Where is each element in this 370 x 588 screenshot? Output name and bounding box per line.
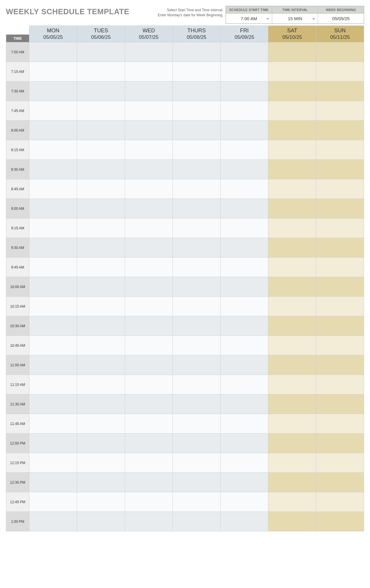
schedule-cell[interactable] <box>316 140 364 160</box>
schedule-cell[interactable] <box>268 355 316 375</box>
schedule-cell[interactable] <box>125 414 173 434</box>
schedule-cell[interactable] <box>29 140 77 160</box>
schedule-cell[interactable] <box>77 101 125 121</box>
schedule-cell[interactable] <box>125 140 173 160</box>
schedule-cell[interactable] <box>173 394 220 414</box>
schedule-cell[interactable] <box>173 82 220 101</box>
schedule-cell[interactable] <box>268 160 316 179</box>
schedule-cell[interactable] <box>173 453 220 473</box>
schedule-cell[interactable] <box>77 199 125 218</box>
schedule-cell[interactable] <box>29 160 77 179</box>
schedule-cell[interactable] <box>173 375 220 394</box>
schedule-cell[interactable] <box>268 492 316 512</box>
schedule-cell[interactable] <box>173 62 220 82</box>
schedule-cell[interactable] <box>29 375 77 394</box>
schedule-cell[interactable] <box>125 277 173 297</box>
schedule-cell[interactable] <box>221 199 268 218</box>
schedule-cell[interactable] <box>268 336 316 355</box>
schedule-cell[interactable] <box>77 394 125 414</box>
schedule-cell[interactable] <box>173 160 220 179</box>
schedule-cell[interactable] <box>125 42 173 62</box>
schedule-cell[interactable] <box>268 453 316 473</box>
schedule-cell[interactable] <box>268 258 316 277</box>
schedule-cell[interactable] <box>29 394 77 414</box>
schedule-cell[interactable] <box>268 297 316 316</box>
schedule-cell[interactable] <box>268 473 316 492</box>
schedule-cell[interactable] <box>268 238 316 258</box>
schedule-cell[interactable] <box>125 492 173 512</box>
schedule-cell[interactable] <box>77 277 125 297</box>
schedule-cell[interactable] <box>77 121 125 140</box>
schedule-cell[interactable] <box>77 140 125 160</box>
schedule-cell[interactable] <box>77 355 125 375</box>
schedule-cell[interactable] <box>221 121 268 140</box>
schedule-cell[interactable] <box>173 316 220 336</box>
schedule-cell[interactable] <box>316 297 364 316</box>
schedule-cell[interactable] <box>77 82 125 101</box>
schedule-cell[interactable] <box>77 473 125 492</box>
schedule-cell[interactable] <box>125 453 173 473</box>
schedule-cell[interactable] <box>221 492 268 512</box>
schedule-cell[interactable] <box>29 297 77 316</box>
schedule-cell[interactable] <box>173 199 220 218</box>
schedule-cell[interactable] <box>29 218 77 238</box>
schedule-cell[interactable] <box>316 336 364 355</box>
schedule-cell[interactable] <box>221 140 268 160</box>
schedule-cell[interactable] <box>29 316 77 336</box>
schedule-cell[interactable] <box>316 316 364 336</box>
schedule-cell[interactable] <box>221 473 268 492</box>
schedule-cell[interactable] <box>173 179 220 199</box>
schedule-cell[interactable] <box>268 101 316 121</box>
schedule-cell[interactable] <box>221 434 268 453</box>
schedule-cell[interactable] <box>316 179 364 199</box>
schedule-cell[interactable] <box>125 434 173 453</box>
schedule-cell[interactable] <box>221 179 268 199</box>
schedule-cell[interactable] <box>221 355 268 375</box>
schedule-cell[interactable] <box>125 297 173 316</box>
schedule-cell[interactable] <box>268 121 316 140</box>
schedule-cell[interactable] <box>221 512 268 531</box>
schedule-cell[interactable] <box>29 82 77 101</box>
schedule-cell[interactable] <box>29 453 77 473</box>
schedule-cell[interactable] <box>77 218 125 238</box>
schedule-cell[interactable] <box>77 453 125 473</box>
schedule-cell[interactable] <box>77 414 125 434</box>
schedule-cell[interactable] <box>221 218 268 238</box>
schedule-cell[interactable] <box>173 277 220 297</box>
schedule-cell[interactable] <box>316 62 364 82</box>
schedule-cell[interactable] <box>221 42 268 62</box>
schedule-cell[interactable] <box>221 375 268 394</box>
schedule-cell[interactable] <box>29 492 77 512</box>
schedule-cell[interactable] <box>29 473 77 492</box>
schedule-cell[interactable] <box>221 394 268 414</box>
schedule-cell[interactable] <box>29 121 77 140</box>
schedule-cell[interactable] <box>268 42 316 62</box>
schedule-cell[interactable] <box>316 218 364 238</box>
schedule-cell[interactable] <box>173 414 220 434</box>
schedule-cell[interactable] <box>316 394 364 414</box>
schedule-cell[interactable] <box>125 394 173 414</box>
schedule-cell[interactable] <box>221 160 268 179</box>
schedule-cell[interactable] <box>125 336 173 355</box>
schedule-cell[interactable] <box>29 512 77 531</box>
schedule-cell[interactable] <box>268 394 316 414</box>
schedule-cell[interactable] <box>221 258 268 277</box>
schedule-cell[interactable] <box>29 414 77 434</box>
schedule-cell[interactable] <box>77 258 125 277</box>
schedule-cell[interactable] <box>125 199 173 218</box>
schedule-cell[interactable] <box>268 199 316 218</box>
schedule-cell[interactable] <box>316 121 364 140</box>
schedule-cell[interactable] <box>173 121 220 140</box>
schedule-cell[interactable] <box>316 414 364 434</box>
schedule-cell[interactable] <box>268 62 316 82</box>
schedule-cell[interactable] <box>268 140 316 160</box>
schedule-cell[interactable] <box>29 355 77 375</box>
schedule-cell[interactable] <box>173 336 220 355</box>
schedule-cell[interactable] <box>125 512 173 531</box>
schedule-cell[interactable] <box>316 238 364 258</box>
schedule-cell[interactable] <box>77 434 125 453</box>
schedule-cell[interactable] <box>316 160 364 179</box>
schedule-cell[interactable] <box>125 101 173 121</box>
schedule-cell[interactable] <box>221 62 268 82</box>
schedule-cell[interactable] <box>125 82 173 101</box>
